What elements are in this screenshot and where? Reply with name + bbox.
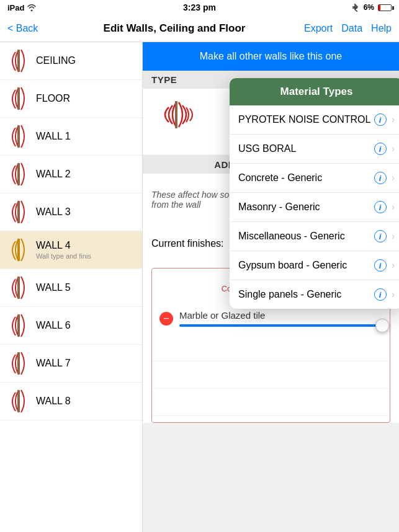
- sidebar-label-wall5: WALL 5: [36, 282, 71, 293]
- status-left: iPad: [7, 3, 37, 12]
- svg-rect-8: [17, 277, 20, 299]
- help-button[interactable]: Help: [371, 23, 392, 34]
- data-button[interactable]: Data: [341, 23, 362, 34]
- status-bar: iPad 3:23 pm 6%: [0, 0, 399, 15]
- sidebar-item-wall8[interactable]: WALL 8: [0, 383, 142, 420]
- wall-icon-wall8: [7, 389, 30, 414]
- bluetooth-icon: [350, 3, 360, 12]
- sidebar-sublabel-wall4: Wall type and finis: [36, 252, 91, 260]
- export-button[interactable]: Export: [304, 23, 333, 34]
- chevron-icon-6: ›: [392, 289, 395, 300]
- sidebar-label-wall7: WALL 7: [36, 358, 71, 369]
- dropdown-item-actions-6: i ›: [374, 288, 395, 301]
- finish-slider[interactable]: [179, 324, 382, 327]
- main-content: CEILING FLOOR WALL 1 WALL 2 WALL 3 WALL …: [0, 42, 399, 532]
- sidebar-label-wall3: WALL 3: [36, 206, 71, 218]
- svg-rect-11: [17, 390, 20, 412]
- info-icon-6[interactable]: i: [374, 288, 387, 301]
- svg-rect-3: [17, 87, 20, 110]
- wall-icon-wall4: [7, 237, 30, 262]
- sidebar-label-wall1: WALL 1: [36, 131, 71, 142]
- wall-icon-floor: [7, 86, 30, 111]
- finish-slider-wrap: Marble or Glazed tile: [179, 310, 382, 327]
- dropdown-item-6[interactable]: Single panels - Generic i ›: [230, 280, 399, 309]
- empty-finish-row-1: [152, 334, 390, 361]
- carrier-label: iPad: [7, 3, 24, 12]
- info-icon-3[interactable]: i: [374, 201, 387, 213]
- dropdown-item-actions-0: i ›: [374, 113, 395, 126]
- wall-icon-wall6: [7, 313, 30, 338]
- dropdown-item-actions-5: i ›: [374, 259, 395, 272]
- svg-rect-7: [17, 239, 20, 261]
- chevron-icon-1: ›: [392, 143, 395, 154]
- chevron-icon-2: ›: [392, 172, 395, 184]
- dropdown-item-label-3: Masonry - Generic: [238, 202, 374, 213]
- dropdown-item-actions-4: i ›: [374, 230, 395, 242]
- right-panel: Make all other walls like this one TYPE: [143, 42, 399, 532]
- svg-rect-2: [17, 50, 20, 72]
- sidebar-item-floor[interactable]: FLOOR: [0, 80, 142, 118]
- sidebar-item-wall3[interactable]: WALL 3: [0, 193, 142, 231]
- dropdown-item-label-5: Gypsum board - Generic: [238, 260, 374, 271]
- dropdown-header: Material Types: [230, 78, 399, 105]
- chevron-icon-3: ›: [392, 202, 395, 213]
- wifi-icon: [27, 4, 37, 11]
- dropdown-item-3[interactable]: Masonry - Generic i ›: [230, 193, 399, 222]
- wall-icon-wall1: [7, 124, 30, 149]
- info-icon-2[interactable]: i: [374, 172, 387, 184]
- dropdown-item-1[interactable]: USG BORAL i ›: [230, 135, 399, 164]
- sidebar-label-floor: FLOOR: [36, 93, 70, 104]
- remove-finish-button[interactable]: −: [159, 312, 173, 326]
- sidebar-item-ceiling[interactable]: CEILING: [0, 42, 142, 80]
- svg-rect-12: [175, 101, 177, 128]
- sidebar-item-wall7[interactable]: WALL 7: [0, 345, 142, 383]
- info-icon-5[interactable]: i: [374, 259, 387, 272]
- sidebar-label-wall2: WALL 2: [36, 169, 71, 180]
- sidebar-label-wall8: WALL 8: [36, 396, 71, 407]
- dropdown-item-label-2: Concrete - Generic: [238, 172, 374, 184]
- svg-rect-9: [17, 314, 20, 337]
- info-icon-1[interactable]: i: [374, 143, 387, 155]
- sidebar-label-wall6: WALL 6: [36, 320, 71, 331]
- dropdown-item-0[interactable]: PYROTEK NOISE CONTROL i ›: [230, 105, 399, 135]
- empty-finish-row-2: [152, 361, 390, 389]
- info-icon-0[interactable]: i: [374, 113, 387, 126]
- finish-row: − Marble or Glazed tile: [159, 310, 382, 327]
- current-finishes-label: Current finishes:: [151, 238, 224, 249]
- wall-icon-wall5: [7, 275, 30, 300]
- dropdown-item-label-1: USG BORAL: [238, 143, 374, 154]
- dropdown-item-actions-1: i ›: [374, 143, 395, 155]
- sidebar-item-wall2[interactable]: WALL 2: [0, 156, 142, 193]
- dropdown-item-5[interactable]: Gypsum board - Generic i ›: [230, 251, 399, 280]
- dropdown-item-2[interactable]: Concrete - Generic i ›: [230, 164, 399, 193]
- dropdown-item-actions-2: i ›: [374, 172, 395, 184]
- wall-icon-ceiling: [7, 48, 30, 73]
- wall-icon-wall3: [7, 200, 30, 224]
- chevron-icon-0: ›: [392, 114, 395, 125]
- sidebar-item-wall5[interactable]: WALL 5: [0, 269, 142, 307]
- wall-icon-wall2: [7, 162, 30, 187]
- status-right: 6%: [350, 3, 392, 12]
- finish-name: Marble or Glazed tile: [179, 310, 382, 321]
- chevron-icon-5: ›: [392, 260, 395, 271]
- dropdown-item-4[interactable]: Miscellaneous - Generic i ›: [230, 222, 399, 251]
- sidebar-item-wall4[interactable]: WALL 4Wall type and finis: [0, 231, 142, 269]
- sidebar-label-ceiling: CEILING: [36, 55, 76, 66]
- chevron-icon-4: ›: [392, 231, 395, 242]
- battery-percent: 6%: [364, 3, 374, 12]
- make-walls-banner[interactable]: Make all other walls like this one: [143, 42, 399, 71]
- sidebar-item-wall6[interactable]: WALL 6: [0, 307, 142, 345]
- empty-finish-row-3: [152, 389, 390, 416]
- wall-type-icon: [151, 96, 201, 133]
- info-icon-4[interactable]: i: [374, 230, 387, 242]
- back-button[interactable]: < Back: [7, 23, 45, 34]
- svg-rect-6: [17, 201, 20, 223]
- sidebar: CEILING FLOOR WALL 1 WALL 2 WALL 3 WALL …: [0, 42, 143, 532]
- page-title: Edit Walls, Ceiling and Floor: [45, 22, 304, 35]
- battery-icon: [378, 4, 392, 11]
- svg-rect-5: [17, 163, 20, 185]
- sidebar-label-wall4: WALL 4: [36, 240, 91, 251]
- dropdown-item-actions-3: i ›: [374, 201, 395, 213]
- sidebar-item-wall1[interactable]: WALL 1: [0, 118, 142, 156]
- svg-rect-10: [17, 352, 20, 375]
